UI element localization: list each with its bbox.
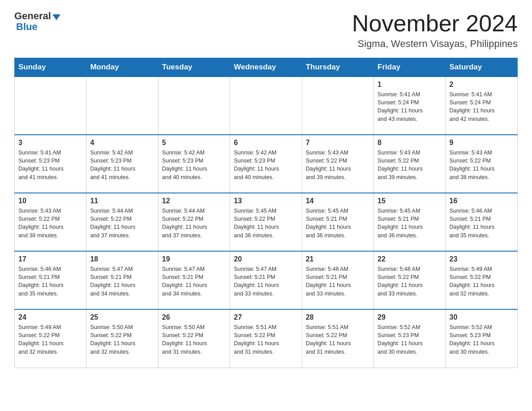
calendar-row: 3Sunrise: 5:41 AM Sunset: 5:23 PM Daylig… — [15, 135, 518, 193]
day-info: Sunrise: 5:45 AM Sunset: 5:21 PM Dayligh… — [306, 207, 370, 240]
day-number: 24 — [18, 313, 82, 321]
day-number: 18 — [90, 255, 154, 263]
day-info: Sunrise: 5:42 AM Sunset: 5:23 PM Dayligh… — [234, 149, 298, 181]
day-number: 5 — [162, 139, 226, 147]
day-info: Sunrise: 5:49 AM Sunset: 5:22 PM Dayligh… — [450, 265, 514, 298]
table-row: 6Sunrise: 5:42 AM Sunset: 5:23 PM Daylig… — [230, 135, 302, 193]
table-row: 26Sunrise: 5:50 AM Sunset: 5:22 PM Dayli… — [158, 309, 230, 368]
table-row: 28Sunrise: 5:51 AM Sunset: 5:22 PM Dayli… — [302, 309, 373, 368]
day-info: Sunrise: 5:46 AM Sunset: 5:21 PM Dayligh… — [450, 207, 514, 240]
calendar-row: 17Sunrise: 5:46 AM Sunset: 5:21 PM Dayli… — [15, 251, 518, 309]
day-info: Sunrise: 5:43 AM Sunset: 5:22 PM Dayligh… — [378, 149, 442, 181]
calendar-row: 10Sunrise: 5:43 AM Sunset: 5:22 PM Dayli… — [15, 193, 518, 251]
table-row: 9Sunrise: 5:43 AM Sunset: 5:22 PM Daylig… — [446, 135, 517, 193]
day-number: 11 — [90, 197, 154, 205]
logo-blue-text: Blue — [16, 21, 38, 32]
day-info: Sunrise: 5:41 AM Sunset: 5:23 PM Dayligh… — [18, 149, 82, 181]
table-row: 27Sunrise: 5:51 AM Sunset: 5:22 PM Dayli… — [230, 309, 302, 368]
day-info: Sunrise: 5:47 AM Sunset: 5:21 PM Dayligh… — [162, 265, 226, 298]
day-info: Sunrise: 5:41 AM Sunset: 5:24 PM Dayligh… — [378, 90, 442, 123]
table-row: 25Sunrise: 5:50 AM Sunset: 5:22 PM Dayli… — [86, 309, 158, 368]
table-row: 23Sunrise: 5:49 AM Sunset: 5:22 PM Dayli… — [446, 251, 517, 309]
day-number: 10 — [18, 197, 82, 205]
table-row: 2Sunrise: 5:41 AM Sunset: 5:24 PM Daylig… — [446, 77, 517, 135]
table-row: 18Sunrise: 5:47 AM Sunset: 5:21 PM Dayli… — [86, 251, 158, 309]
day-info: Sunrise: 5:42 AM Sunset: 5:23 PM Dayligh… — [162, 149, 226, 181]
table-row: 14Sunrise: 5:45 AM Sunset: 5:21 PM Dayli… — [302, 193, 373, 251]
table-row — [302, 77, 373, 135]
table-row: 29Sunrise: 5:52 AM Sunset: 5:23 PM Dayli… — [374, 309, 446, 368]
day-number: 14 — [306, 197, 370, 205]
day-of-week-header: Wednesday — [230, 58, 302, 77]
calendar-header: SundayMondayTuesdayWednesdayThursdayFrid… — [15, 58, 518, 77]
day-info: Sunrise: 5:47 AM Sunset: 5:21 PM Dayligh… — [90, 265, 154, 298]
calendar-row: 24Sunrise: 5:49 AM Sunset: 5:22 PM Dayli… — [15, 309, 518, 368]
day-of-week-header: Friday — [374, 58, 446, 77]
day-number: 29 — [378, 313, 442, 321]
day-number: 4 — [90, 139, 154, 147]
table-row: 4Sunrise: 5:42 AM Sunset: 5:23 PM Daylig… — [86, 135, 158, 193]
calendar-row: 1Sunrise: 5:41 AM Sunset: 5:24 PM Daylig… — [15, 77, 518, 135]
day-info: Sunrise: 5:43 AM Sunset: 5:22 PM Dayligh… — [306, 149, 370, 181]
day-number: 6 — [234, 139, 298, 147]
day-number: 16 — [450, 197, 514, 205]
day-number: 2 — [450, 81, 514, 89]
table-row: 13Sunrise: 5:45 AM Sunset: 5:22 PM Dayli… — [230, 193, 302, 251]
day-number: 21 — [306, 255, 370, 263]
table-row: 1Sunrise: 5:41 AM Sunset: 5:24 PM Daylig… — [374, 77, 446, 135]
day-number: 26 — [162, 313, 226, 321]
table-row: 10Sunrise: 5:43 AM Sunset: 5:22 PM Dayli… — [15, 193, 86, 251]
day-number: 19 — [162, 255, 226, 263]
day-number: 23 — [450, 255, 514, 263]
day-info: Sunrise: 5:50 AM Sunset: 5:22 PM Dayligh… — [90, 323, 154, 356]
day-of-week-header: Saturday — [446, 58, 517, 77]
day-number: 30 — [450, 313, 514, 321]
day-number: 13 — [234, 197, 298, 205]
day-number: 28 — [306, 313, 370, 321]
calendar-table: SundayMondayTuesdayWednesdayThursdayFrid… — [14, 58, 518, 368]
table-row: 24Sunrise: 5:49 AM Sunset: 5:22 PM Dayli… — [15, 309, 86, 368]
day-number: 9 — [450, 139, 514, 147]
calendar-body: 1Sunrise: 5:41 AM Sunset: 5:24 PM Daylig… — [15, 77, 518, 368]
logo-general-text: General — [14, 11, 51, 21]
table-row: 11Sunrise: 5:44 AM Sunset: 5:22 PM Dayli… — [86, 193, 158, 251]
table-row: 20Sunrise: 5:47 AM Sunset: 5:21 PM Dayli… — [230, 251, 302, 309]
day-info: Sunrise: 5:49 AM Sunset: 5:22 PM Dayligh… — [18, 323, 82, 356]
table-row — [158, 77, 230, 135]
day-number: 25 — [90, 313, 154, 321]
day-of-week-header: Sunday — [15, 58, 86, 77]
day-info: Sunrise: 5:48 AM Sunset: 5:21 PM Dayligh… — [306, 265, 370, 298]
day-number: 27 — [234, 313, 298, 321]
day-info: Sunrise: 5:43 AM Sunset: 5:22 PM Dayligh… — [18, 207, 82, 240]
day-info: Sunrise: 5:44 AM Sunset: 5:22 PM Dayligh… — [90, 207, 154, 240]
day-info: Sunrise: 5:50 AM Sunset: 5:22 PM Dayligh… — [162, 323, 226, 356]
day-number: 3 — [18, 139, 82, 147]
day-info: Sunrise: 5:48 AM Sunset: 5:22 PM Dayligh… — [378, 265, 442, 298]
day-info: Sunrise: 5:51 AM Sunset: 5:22 PM Dayligh… — [306, 323, 370, 356]
table-row: 8Sunrise: 5:43 AM Sunset: 5:22 PM Daylig… — [374, 135, 446, 193]
table-row: 17Sunrise: 5:46 AM Sunset: 5:21 PM Dayli… — [15, 251, 86, 309]
table-row — [86, 77, 158, 135]
day-info: Sunrise: 5:41 AM Sunset: 5:24 PM Dayligh… — [450, 90, 514, 123]
table-row: 5Sunrise: 5:42 AM Sunset: 5:23 PM Daylig… — [158, 135, 230, 193]
table-row — [15, 77, 86, 135]
table-row: 22Sunrise: 5:48 AM Sunset: 5:22 PM Dayli… — [374, 251, 446, 309]
day-of-week-header: Monday — [86, 58, 158, 77]
logo: General Blue — [14, 11, 60, 32]
table-row: 16Sunrise: 5:46 AM Sunset: 5:21 PM Dayli… — [446, 193, 517, 251]
day-info: Sunrise: 5:45 AM Sunset: 5:21 PM Dayligh… — [378, 207, 442, 240]
day-info: Sunrise: 5:43 AM Sunset: 5:22 PM Dayligh… — [450, 149, 514, 181]
title-block: November 2024 Sigma, Western Visayas, Ph… — [352, 11, 518, 50]
day-number: 22 — [378, 255, 442, 263]
table-row — [230, 77, 302, 135]
day-info: Sunrise: 5:52 AM Sunset: 5:23 PM Dayligh… — [450, 323, 514, 356]
day-info: Sunrise: 5:52 AM Sunset: 5:23 PM Dayligh… — [378, 323, 442, 356]
day-number: 1 — [378, 81, 442, 89]
table-row: 19Sunrise: 5:47 AM Sunset: 5:21 PM Dayli… — [158, 251, 230, 309]
table-row: 21Sunrise: 5:48 AM Sunset: 5:21 PM Dayli… — [302, 251, 373, 309]
day-info: Sunrise: 5:44 AM Sunset: 5:22 PM Dayligh… — [162, 207, 226, 240]
day-number: 12 — [162, 197, 226, 205]
header-row: SundayMondayTuesdayWednesdayThursdayFrid… — [15, 58, 518, 77]
table-row: 7Sunrise: 5:43 AM Sunset: 5:22 PM Daylig… — [302, 135, 373, 193]
day-number: 15 — [378, 197, 442, 205]
